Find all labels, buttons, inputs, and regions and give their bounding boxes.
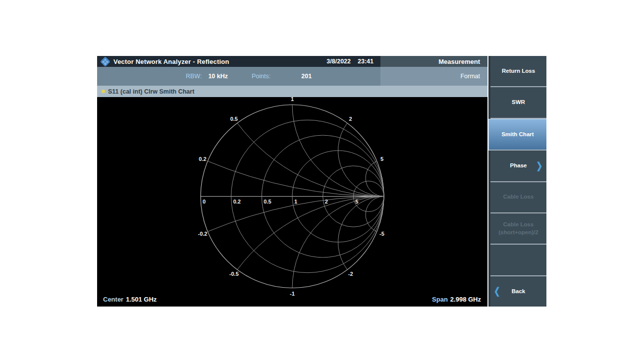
center-frequency-readout[interactable]: Center1.501 GHz (103, 296, 157, 303)
back-arrow-icon: ❮ (494, 285, 500, 298)
center-label: Center (103, 296, 123, 303)
softkey-cable-loss[interactable]: Cable Loss (490, 182, 546, 213)
rbw-label: RBW: (186, 73, 202, 80)
softkey-menu-title: Measurement (380, 56, 487, 67)
sweep-settings: RBW: 10 kHz Points: 201 (97, 67, 380, 86)
svg-text:5: 5 (355, 199, 358, 205)
softkey-back[interactable]: ❮ Back (490, 276, 546, 307)
svg-text:0.2: 0.2 (233, 199, 241, 205)
softkey-empty-slot (490, 245, 546, 276)
softkey-swr[interactable]: SWR (490, 87, 546, 118)
softkey-return-loss[interactable]: Return Loss (490, 56, 546, 87)
svg-text:-2: -2 (348, 271, 353, 277)
span-readout[interactable]: Span2.998 GHz (432, 296, 481, 303)
svg-text:0: 0 (203, 199, 206, 205)
points-label: Points: (252, 73, 270, 80)
svg-text:-5: -5 (379, 231, 384, 237)
submenu-arrow-icon: ❯ (536, 159, 542, 172)
trace-label: S11 (cal int) Clrw Smith Chart (108, 88, 194, 95)
svg-text:-1: -1 (290, 291, 295, 297)
span-value: 2.998 GHz (450, 296, 481, 303)
svg-text:-0.2: -0.2 (198, 231, 208, 237)
trace-info-bar[interactable]: S11 (cal int) Clrw Smith Chart (97, 86, 487, 97)
svg-text:0.5: 0.5 (230, 116, 238, 122)
span-label: Span (432, 296, 448, 303)
title-bar-left: Vector Network Analyzer - Reflection (97, 56, 326, 67)
svg-text:-0.5: -0.5 (229, 271, 239, 277)
main-panel: Vector Network Analyzer - Reflection 3/8… (97, 56, 487, 307)
softkey-cable-loss-short-open[interactable]: Cable Loss (short+open)/2 (490, 213, 546, 245)
softkey-sidebar: Return Loss SWR Smith Chart Phase ❯ Cabl… (488, 56, 546, 307)
vna-application-window: Vector Network Analyzer - Reflection 3/8… (97, 56, 546, 307)
points-value[interactable]: 201 (301, 73, 312, 80)
softkey-smith-chart[interactable]: Smith Chart (488, 119, 546, 151)
smith-chart-svg: 00.20.51250.20.5125-0.2-0.5-1-2-5 (97, 97, 487, 307)
center-value: 1.501 GHz (126, 296, 157, 303)
svg-text:1: 1 (291, 97, 294, 102)
softkey-phase[interactable]: Phase ❯ (490, 151, 546, 182)
svg-text:2: 2 (349, 116, 352, 122)
smith-chart-display[interactable]: 00.20.51250.20.5125-0.2-0.5-1-2-5 Center… (97, 97, 487, 307)
rohde-schwarz-logo-icon (101, 57, 109, 66)
settings-bar: RBW: 10 kHz Points: 201 Format (97, 67, 487, 86)
rbw-value[interactable]: 10 kHz (208, 73, 228, 80)
svg-text:2: 2 (325, 199, 328, 205)
svg-text:5: 5 (380, 156, 383, 162)
title-bar: Vector Network Analyzer - Reflection 3/8… (97, 56, 487, 67)
svg-text:0.5: 0.5 (264, 199, 271, 205)
date-value: 3/8/2022 (326, 58, 351, 65)
datetime-display: 3/8/2022 23:41 (326, 58, 374, 65)
time-value: 23:41 (358, 58, 374, 65)
window-title: Vector Network Analyzer - Reflection (113, 58, 229, 65)
trace-color-bullet-icon (102, 90, 105, 93)
format-menu-header[interactable]: Format (380, 67, 487, 86)
svg-text:0.2: 0.2 (199, 156, 206, 162)
svg-text:1: 1 (294, 199, 297, 205)
